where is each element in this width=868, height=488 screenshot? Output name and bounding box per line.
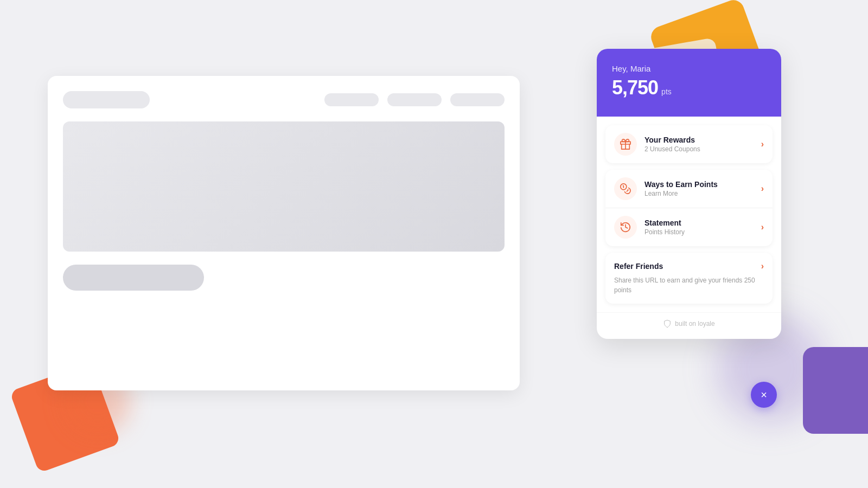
statement-icon-wrap: [614, 216, 637, 239]
close-icon: ×: [761, 389, 767, 400]
widget-points-value: 5,750: [612, 76, 658, 99]
widget-points-row: 5,750 pts: [612, 76, 766, 99]
your-rewards-text: Your Rewards 2 Unused Coupons: [644, 136, 754, 153]
cta-button-placeholder: [63, 265, 204, 291]
bg-shape-purple: [803, 347, 868, 434]
history-icon: [620, 221, 631, 233]
your-rewards-subtitle: 2 Unused Coupons: [644, 145, 754, 153]
ways-to-earn-text: Ways to Earn Points Learn More: [644, 180, 754, 197]
banner-placeholder: [63, 121, 505, 252]
ways-to-earn-subtitle: Learn More: [644, 190, 754, 197]
grouped-menu-section: Ways to Earn Points Learn More › Stateme…: [605, 170, 773, 246]
widget-points-label: pts: [661, 87, 672, 96]
your-rewards-item[interactable]: Your Rewards 2 Unused Coupons ›: [605, 125, 773, 163]
shield-icon: [663, 319, 672, 328]
your-rewards-arrow: ›: [761, 139, 764, 149]
ways-to-earn-item[interactable]: Ways to Earn Points Learn More ›: [605, 170, 773, 208]
nav-link-2: [387, 93, 442, 106]
ways-to-earn-title: Ways to Earn Points: [644, 180, 754, 189]
footer-text: built on loyale: [675, 320, 714, 328]
background-website-card: [48, 76, 520, 390]
close-button[interactable]: ×: [751, 382, 777, 408]
coins-icon: [620, 183, 631, 195]
refer-header: Refer Friends ›: [614, 261, 764, 271]
refer-title: Refer Friends: [614, 262, 663, 271]
refer-friends-section[interactable]: Refer Friends › Share this URL to earn a…: [605, 253, 773, 304]
refer-description: Share this URL to earn and give your fri…: [614, 275, 764, 295]
ways-to-earn-arrow: ›: [761, 184, 764, 194]
gift-icon: [620, 138, 631, 150]
widget-header: Hey, Maria 5,750 pts: [597, 49, 781, 117]
rewards-widget: Hey, Maria 5,750 pts Your Rew: [597, 49, 781, 339]
widget-footer: built on loyale: [597, 312, 781, 339]
refer-arrow: ›: [761, 261, 764, 271]
nav-logo: [63, 91, 150, 108]
rewards-icon-wrap: [614, 133, 637, 156]
statement-item[interactable]: Statement Points History ›: [605, 208, 773, 246]
statement-arrow: ›: [761, 222, 764, 232]
earn-icon-wrap: [614, 177, 637, 200]
nav-link-3: [450, 93, 505, 106]
your-rewards-section: Your Rewards 2 Unused Coupons ›: [597, 125, 781, 163]
widget-greeting: Hey, Maria: [612, 64, 766, 73]
statement-title: Statement: [644, 219, 754, 227]
nav-bar: [63, 91, 505, 108]
nav-link-1: [324, 93, 379, 106]
statement-text: Statement Points History: [644, 219, 754, 236]
widget-body: Your Rewards 2 Unused Coupons ›: [597, 117, 781, 339]
your-rewards-title: Your Rewards: [644, 136, 754, 144]
statement-subtitle: Points History: [644, 228, 754, 236]
